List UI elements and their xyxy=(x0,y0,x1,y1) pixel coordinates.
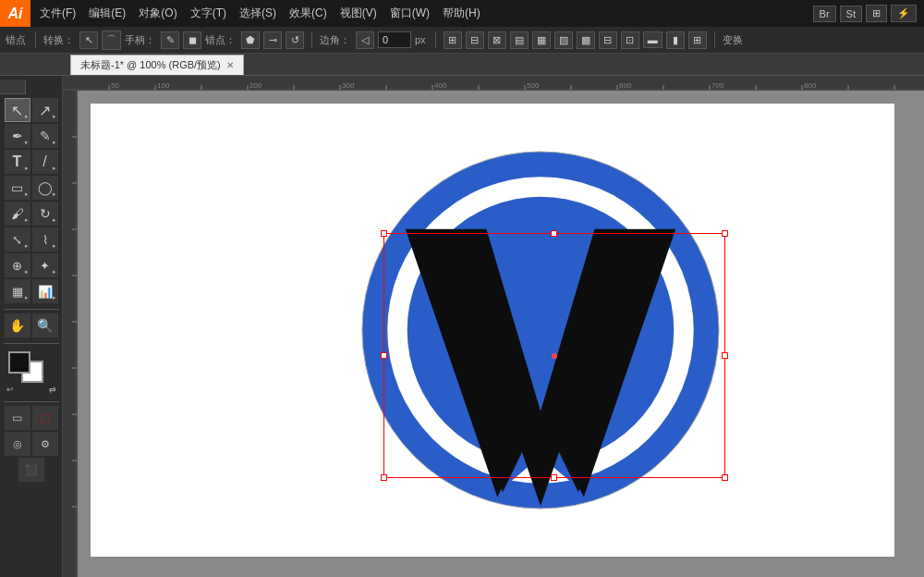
tool-separator-1 xyxy=(4,309,59,310)
toolbar-transform-label: 转换： xyxy=(43,33,74,47)
foreground-color[interactable] xyxy=(8,351,30,374)
svg-text:600: 600 xyxy=(619,81,632,90)
tool-arrow-rotate: ▸ xyxy=(53,216,56,224)
ruler-top: 50 100 200 300 400 500 xyxy=(63,76,924,91)
menu-edit[interactable]: 编辑(E) xyxy=(83,4,131,23)
artboard[interactable] xyxy=(91,104,894,557)
tool-brush[interactable]: 🖌 ▸ xyxy=(5,202,30,226)
toolbar-sep-3 xyxy=(435,31,436,48)
tool-rect[interactable]: ▭ ▸ xyxy=(5,176,30,200)
align-btn-1[interactable]: ⊞ xyxy=(444,31,462,49)
ruler-left xyxy=(63,91,78,577)
tool-row-extra2: ◎ ⚙ xyxy=(2,432,60,456)
anchor-btn-2[interactable]: ◼ xyxy=(183,31,201,49)
reset-colors[interactable]: ↩ xyxy=(6,385,14,394)
align-btn-2[interactable]: ⊟ xyxy=(466,31,484,49)
tool-row-extra: ▭ ⬚ xyxy=(2,406,60,430)
corner-value-input[interactable] xyxy=(378,31,411,48)
tool-row-shape: ▭ ▸ ◯ ▸ xyxy=(2,176,60,200)
align-btn-5[interactable]: ▦ xyxy=(532,31,551,49)
tool-pencil[interactable]: ✎ ▸ xyxy=(32,124,58,148)
align-btn-7[interactable]: ▩ xyxy=(577,31,595,49)
menu-file[interactable]: 文件(F) xyxy=(34,4,81,23)
tool-row-column: ▦ ▸ 📊 ▸ xyxy=(2,279,60,303)
toolbar-error-label: 错点 xyxy=(6,33,26,47)
menu-object[interactable]: 对象(O) xyxy=(133,4,182,23)
align-btn-10[interactable]: ▬ xyxy=(643,31,663,48)
toolbar-error2-label: 错点： xyxy=(205,33,236,47)
error-btn2[interactable]: ⊸ xyxy=(263,31,282,49)
svg-text:50: 50 xyxy=(111,81,119,90)
align-btn-12[interactable]: ⊞ xyxy=(688,31,707,49)
tool-fill[interactable]: ▭ xyxy=(5,406,30,430)
ai-logo: Ai xyxy=(0,0,30,27)
transform-btn-1[interactable]: ↖ xyxy=(79,31,98,49)
tool-artboard[interactable]: ⬛ xyxy=(18,458,44,482)
main-layout: ↖ ▸ ↗ ▸ ✒ ▸ ✎ ▸ T ▸ / xyxy=(0,76,924,577)
tool-text[interactable]: T ▸ xyxy=(5,150,30,174)
tool-line[interactable]: / ▸ xyxy=(32,150,58,174)
logo-graphic xyxy=(360,150,721,510)
tool-symbol[interactable]: ✦ ▸ xyxy=(32,253,58,277)
menu-help[interactable]: 帮助(H) xyxy=(437,4,486,23)
menu-effect[interactable]: 效果(C) xyxy=(284,4,333,23)
svg-text:300: 300 xyxy=(342,81,355,90)
stock-icon[interactable]: St xyxy=(840,6,862,22)
doc-tab-close[interactable]: ✕ xyxy=(226,60,234,70)
tool-arrow-blend: ▸ xyxy=(25,268,29,276)
tool-pen[interactable]: ✒ ▸ xyxy=(5,124,30,148)
right-icons: Br St ⊞ ⚡ xyxy=(813,5,924,22)
tool-ellipse[interactable]: ◯ ▸ xyxy=(32,176,58,200)
tool-hand[interactable]: ✋ xyxy=(5,313,30,338)
menu-select[interactable]: 选择(S) xyxy=(234,4,282,23)
transform-btn-2[interactable]: ⌒ xyxy=(102,31,121,50)
tool-column[interactable]: ▦ ▸ xyxy=(5,279,30,303)
tool-mode2[interactable]: ⚙ xyxy=(32,432,58,456)
search-icon[interactable]: ⚡ xyxy=(891,5,917,22)
align-btn-9[interactable]: ⊡ xyxy=(621,31,639,49)
tool-arrow-symbol: ▸ xyxy=(53,268,56,276)
anchor-btn-1[interactable]: ✎ xyxy=(161,31,179,49)
menu-window[interactable]: 窗口(W) xyxy=(384,4,435,23)
doc-tab-main[interactable]: 未标题-1* @ 100% (RGB/预览) ✕ xyxy=(70,55,244,75)
sel-handle-tr[interactable] xyxy=(722,230,728,237)
error-btn[interactable]: ⬟ xyxy=(241,31,260,49)
error-btn3[interactable]: ↺ xyxy=(286,31,304,49)
tool-select[interactable]: ↖ ▸ xyxy=(5,98,30,122)
sel-handle-br[interactable] xyxy=(722,474,728,481)
svg-text:800: 800 xyxy=(804,81,817,90)
canvas-area[interactable]: 50 100 200 300 400 500 xyxy=(63,76,924,577)
svg-text:100: 100 xyxy=(157,81,170,90)
doc-tabs: 未标题-1* @ 100% (RGB/预览) ✕ xyxy=(0,54,924,76)
tool-mode[interactable]: ◎ xyxy=(5,432,30,456)
tool-zoom[interactable]: 🔍 xyxy=(32,313,58,338)
doc-tab-name: 未标题-1* @ 100% (RGB/预览) xyxy=(80,58,221,72)
tool-scale[interactable]: ⤡ ▸ xyxy=(5,227,30,252)
tool-bar-graph[interactable]: 📊 ▸ xyxy=(32,279,58,303)
tool-arrow-line: ▸ xyxy=(53,165,56,172)
menu-text[interactable]: 文字(T) xyxy=(185,4,232,23)
tool-rotate[interactable]: ↻ ▸ xyxy=(32,202,58,226)
align-btn-11[interactable]: ▮ xyxy=(666,31,685,49)
tool-row-select: ↖ ▸ ↗ ▸ xyxy=(2,98,60,122)
tool-warp[interactable]: ⌇ ▸ xyxy=(32,227,58,252)
bridge-icon[interactable]: Br xyxy=(813,6,836,22)
svg-text:200: 200 xyxy=(249,81,262,90)
sel-handle-mr[interactable] xyxy=(722,352,728,359)
align-btn-6[interactable]: ▧ xyxy=(554,31,573,49)
tool-arrow-pen: ▸ xyxy=(25,139,29,146)
color-swatches: ↩ ⇄ xyxy=(5,351,58,394)
toolbar-sep-4 xyxy=(714,31,715,48)
align-btn-8[interactable]: ⊟ xyxy=(599,31,617,49)
tool-direct-select[interactable]: ↗ ▸ xyxy=(32,98,58,122)
workspace-icon[interactable]: ⊞ xyxy=(866,5,887,22)
corner-prev-btn[interactable]: ◁ xyxy=(356,31,374,49)
tool-blend[interactable]: ⊕ ▸ xyxy=(5,253,30,277)
align-btn-4[interactable]: ▤ xyxy=(510,31,529,49)
menu-view[interactable]: 视图(V) xyxy=(334,4,383,23)
swap-colors[interactable]: ⇄ xyxy=(49,385,56,394)
svg-rect-0 xyxy=(63,76,924,91)
tool-stroke[interactable]: ⬚ xyxy=(32,406,58,430)
tool-separator-3 xyxy=(4,401,59,402)
align-btn-3[interactable]: ⊠ xyxy=(488,31,506,49)
